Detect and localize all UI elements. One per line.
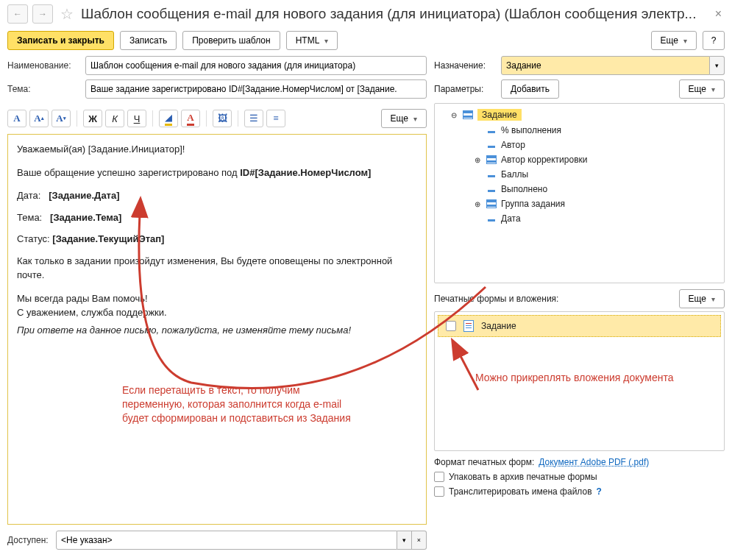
favorite-star-icon[interactable]: ☆ — [60, 5, 74, 23]
italic-icon[interactable]: К — [105, 110, 124, 127]
nav-back-button[interactable]: ← — [7, 4, 28, 24]
highlight-color-icon[interactable]: ◢ — [159, 110, 178, 127]
params-more-button[interactable]: Еще — [679, 79, 725, 99]
body-footer: При ответе на данное письмо, пожалуйста,… — [17, 323, 417, 338]
html-mode-button[interactable]: HTML — [286, 31, 338, 50]
font-decrease-icon[interactable]: A▾ — [51, 110, 71, 127]
body-date-row: Дата: [Задание.Дата] — [17, 188, 417, 203]
tree-item[interactable]: ⊕ Автор корректировки — [435, 152, 724, 167]
pack-label: Упаковать в архив печатные формы — [449, 472, 597, 482]
editor-toolbar: A A▴ A▾ Ж К Ч ◢ A 🖼 ☰ ≡ Еще — [7, 106, 427, 131]
params-label: Параметры: — [434, 84, 497, 94]
tree-item[interactable]: ▬ Автор — [435, 138, 724, 152]
body-topic-row: Тема: [Задание.Тема] — [17, 210, 417, 225]
save-button[interactable]: Записать — [120, 31, 177, 50]
expand-icon[interactable]: ⊕ — [473, 200, 482, 208]
translit-label: Транслитерировать имена файлов — [449, 486, 592, 497]
bold-icon[interactable]: Ж — [83, 110, 102, 127]
collapse-icon[interactable]: ⊖ — [449, 111, 458, 119]
field-icon: ▬ — [486, 141, 497, 149]
document-icon — [463, 320, 474, 332]
tree-item-label: Группа задания — [501, 199, 565, 209]
nav-forward-button[interactable]: → — [32, 4, 53, 24]
tree-root[interactable]: ⊖ Задание — [435, 107, 724, 123]
body-registered: Ваше обращение успешно зарегистрировано … — [17, 166, 417, 180]
tree-item[interactable]: ▬ Выполнено — [435, 182, 724, 196]
table-icon — [463, 110, 473, 119]
subject-label: Тема: — [7, 84, 81, 94]
table-icon — [486, 155, 497, 164]
attachment-checkbox[interactable] — [446, 321, 456, 331]
translit-help-icon[interactable]: ? — [597, 486, 602, 497]
tree-item[interactable]: ▬ Дата — [435, 211, 724, 226]
purpose-dropdown-button[interactable]: ▾ — [710, 56, 725, 75]
name-input[interactable] — [85, 56, 427, 75]
field-icon: ▬ — [486, 185, 497, 194]
email-body-editor[interactable]: Уважаемый(ая) [Задание.Инициатор]! Ваше … — [7, 134, 427, 525]
body-status-row: Статус: [Задание.ТекущийЭтап] — [17, 232, 417, 247]
tree-item[interactable]: ⊕ Группа задания — [435, 196, 724, 211]
available-label: Доступен: — [7, 535, 51, 545]
body-greeting: Уважаемый(ая) [Задание.Инициатор]! — [17, 142, 417, 157]
format-label: Формат печатных форм: — [434, 457, 534, 467]
tree-item[interactable]: ▬ Баллы — [435, 167, 724, 182]
tree-item-label: Выполнено — [501, 184, 547, 194]
numbered-list-icon[interactable]: ≡ — [266, 110, 285, 127]
tree-item[interactable]: ▬ % выполнения — [435, 123, 724, 138]
purpose-label: Назначение: — [434, 60, 497, 71]
text-color-icon[interactable]: A — [181, 110, 200, 127]
page-title: Шаблон сообщения e-mail для нового задан… — [81, 6, 708, 22]
table-icon — [486, 199, 497, 208]
field-icon: ▬ — [486, 215, 497, 223]
save-and-close-button[interactable]: Записать и закрыть — [7, 31, 114, 50]
field-icon: ▬ — [486, 127, 497, 135]
pack-checkbox[interactable] — [434, 472, 444, 482]
separator — [152, 110, 153, 127]
font-normal-icon[interactable]: A — [7, 110, 26, 127]
field-icon: ▬ — [486, 171, 497, 179]
attachments-more-button[interactable]: Еще — [679, 289, 725, 308]
available-dropdown-button[interactable]: ▾ — [397, 531, 412, 550]
attachment-row[interactable]: Задание — [438, 315, 721, 337]
params-tree[interactable]: ⊖ Задание ▬ % выполнения ▬ Автор ⊕ Автор… — [434, 103, 725, 283]
body-notify: Как только в задании произойдут изменени… — [17, 254, 417, 283]
purpose-input[interactable] — [501, 56, 710, 75]
subject-input[interactable] — [85, 79, 427, 99]
attachment-label: Задание — [481, 321, 516, 331]
check-template-button[interactable]: Проверить шаблон — [182, 31, 280, 50]
translit-checkbox[interactable] — [434, 486, 444, 497]
tree-item-label: % выполнения — [501, 125, 561, 135]
tree-item-label: Баллы — [501, 169, 528, 180]
available-input[interactable] — [56, 531, 397, 550]
tree-item-label: Автор — [501, 140, 525, 150]
attachments-label: Печатные формы и вложения: — [434, 294, 558, 304]
separator — [238, 110, 238, 127]
tree-root-label: Задание — [477, 109, 522, 121]
name-label: Наименование: — [7, 60, 81, 71]
underline-icon[interactable]: Ч — [127, 110, 146, 127]
separator — [77, 110, 77, 127]
body-signoff: Мы всегда рады Вам помочь! С уважением, … — [17, 291, 417, 320]
insert-image-icon[interactable]: 🖼 — [213, 110, 232, 127]
attachments-panel[interactable]: Задание Можно прикреплять вложения докум… — [434, 311, 725, 451]
format-link[interactable]: Документ Adobe PDF (.pdf) — [539, 457, 649, 467]
editor-more-button[interactable]: Еще — [381, 109, 427, 128]
available-clear-button[interactable]: × — [412, 531, 427, 550]
close-icon[interactable]: × — [712, 7, 725, 21]
font-increase-icon[interactable]: A▴ — [29, 110, 49, 127]
bullet-list-icon[interactable]: ☰ — [244, 110, 263, 127]
tree-item-label: Автор корректировки — [501, 155, 588, 165]
separator — [206, 110, 207, 127]
add-param-button[interactable]: Добавить — [501, 79, 559, 99]
help-button[interactable]: ? — [703, 31, 725, 50]
tree-item-label: Дата — [501, 213, 521, 224]
expand-icon[interactable]: ⊕ — [473, 156, 482, 164]
more-button[interactable]: Еще — [651, 31, 697, 50]
annotation-attach-note: Можно прикреплять вложения документа — [475, 371, 711, 385]
annotation-drag-note: Если перетащить в текст, то получим пере… — [122, 383, 358, 425]
